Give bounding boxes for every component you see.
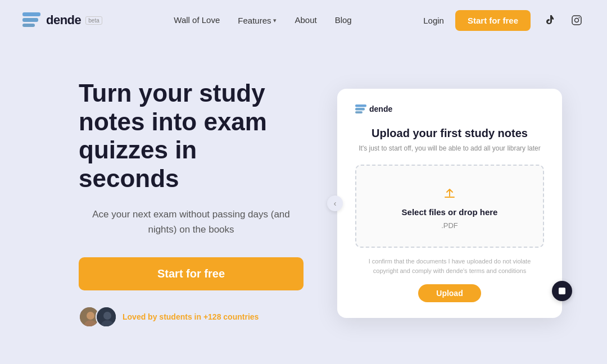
hero-right: ‹ dende Upload your first study notes It… — [337, 89, 562, 318]
svg-rect-3 — [572, 16, 581, 25]
upload-icon — [440, 183, 460, 203]
hero-section: Turn your study notes into exam quizzes … — [0, 40, 607, 355]
logo-beta-badge: beta — [85, 16, 102, 25]
nav-right: Login Start for free — [423, 10, 585, 31]
nav-about[interactable]: About — [295, 15, 316, 25]
tiktok-icon[interactable] — [542, 12, 558, 28]
stop-icon — [559, 288, 565, 294]
svg-rect-12 — [355, 104, 366, 107]
nav-cta-button[interactable]: Start for free — [455, 10, 531, 31]
upload-zone[interactable]: Select files or drop here .PDF — [355, 165, 544, 248]
nav-wall-of-love[interactable]: Wall of Love — [174, 15, 220, 25]
instagram-icon[interactable] — [569, 12, 585, 28]
logo[interactable]: dende beta — [22, 12, 102, 28]
svg-point-7 — [87, 312, 94, 320]
upload-label: Select files or drop here — [402, 207, 498, 217]
card-logo: dende — [355, 104, 544, 113]
card-title: Upload your first study notes — [355, 127, 544, 140]
svg-rect-2 — [22, 24, 35, 27]
svg-rect-0 — [22, 12, 40, 16]
social-proof: Loved by students in +128 countries — [79, 306, 304, 327]
card-prev-arrow[interactable]: ‹ — [327, 195, 343, 211]
card-disclaimer: I confirm that the documents I have uplo… — [355, 257, 544, 275]
svg-rect-1 — [22, 18, 38, 22]
svg-point-5 — [578, 17, 579, 19]
card-subtitle: It's just to start off, you will be able… — [355, 143, 544, 153]
upload-card: ‹ dende Upload your first study notes It… — [337, 89, 562, 318]
logo-text: dende — [46, 13, 81, 28]
avatars — [79, 306, 117, 327]
svg-point-10 — [103, 312, 111, 320]
hero-left: Turn your study notes into exam quizzes … — [79, 79, 304, 327]
social-proof-text: Loved by students in +128 countries — [123, 312, 259, 321]
hero-title: Turn your study notes into exam quizzes … — [79, 79, 304, 193]
card-logo-text: dende — [369, 104, 392, 113]
hero-subtitle: Ace your next exam without passing days … — [79, 207, 304, 237]
login-link[interactable]: Login — [423, 16, 444, 25]
avatar — [96, 306, 117, 327]
upload-format: .PDF — [441, 221, 458, 230]
svg-point-4 — [574, 19, 578, 22]
hero-cta-button[interactable]: Start for free — [79, 257, 304, 290]
svg-rect-13 — [355, 108, 365, 111]
logo-icon — [22, 12, 43, 28]
chevron-down-icon: ▾ — [273, 17, 277, 24]
nav-features[interactable]: Features ▾ — [238, 16, 277, 25]
navbar: dende beta Wall of Love Features ▾ About… — [0, 0, 607, 40]
svg-rect-14 — [355, 111, 363, 113]
nav-blog[interactable]: Blog — [335, 15, 352, 25]
card-stop-button[interactable] — [552, 281, 572, 301]
nav-links: Wall of Love Features ▾ About Blog — [174, 15, 351, 25]
upload-button[interactable]: Upload — [418, 284, 481, 302]
